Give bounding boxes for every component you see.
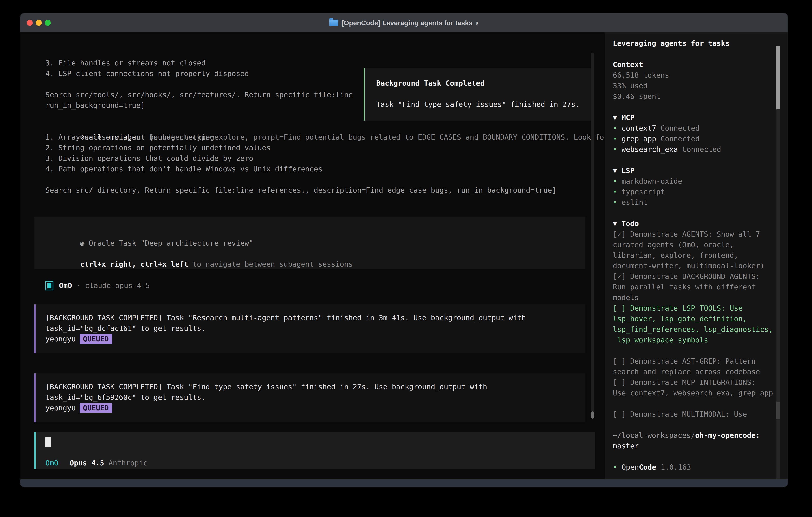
todo-item-done: [✓] Demonstrate BACKGROUND AGENTS: Run p… [613, 271, 781, 303]
mcp-item-status: Connected [661, 135, 699, 143]
context-spent: $0.46 spent [613, 91, 781, 102]
window-title: [OpenCode] Leveraging agents for tasks ◑ [342, 19, 478, 27]
composer-provider: Anthropic [109, 458, 147, 468]
todo-line: [ ] Demonstrate LSP TOOLS: Use [613, 303, 781, 314]
titlebar: [OpenCode] Leveraging agents for tasks ◑ [20, 13, 788, 32]
todo-line: curated agents (OmO, oracle, [613, 239, 781, 250]
chevron-down-icon: ▼ [613, 219, 617, 227]
chat-area: 3. File handles or streams not closed 4.… [20, 32, 605, 480]
mcp-heading: MCP [617, 113, 635, 121]
mcp-item-name: grep_app [621, 135, 656, 143]
scrollback-line: 3. File handles or streams not closed [46, 58, 353, 68]
oracle-hint-keys: ctrl+x right, ctrl+x left [80, 260, 188, 268]
chat-scrollbar-thumb[interactable] [591, 411, 594, 419]
agent-session-header: OmO · claude-opus-4-5 [46, 280, 150, 291]
todo-line: document-writer, multimodal-looker) [613, 261, 781, 271]
app-version: 1.0.163 [661, 463, 691, 471]
scrollback-line: Search src/tools/, src/hooks/, src/featu… [46, 89, 353, 100]
app-name-light: Open [621, 463, 639, 471]
bullet-icon: • [613, 124, 617, 132]
todo-heading: Todo [617, 219, 639, 227]
toast-title: Background Task Completed [376, 78, 592, 88]
version-row: •OpenCode1.0.163 [613, 462, 781, 472]
todo-line: [✓] Demonstrate BACKGROUND AGENTS: [613, 271, 781, 282]
lsp-item: •eslint [613, 197, 781, 208]
agent-model: claude-opus-4-5 [85, 280, 150, 291]
chevron-down-icon: ▼ [613, 113, 617, 121]
todo-line: lsp_workspace_symbols [613, 335, 781, 345]
folder-icon [329, 20, 338, 26]
context-tokens: 66,518 tokens [613, 70, 781, 80]
oracle-task-title: Oracle Task "Deep architecture review" [84, 239, 253, 247]
todo-line: Use context7, websearch_exa, grep_app [613, 388, 781, 398]
lsp-section-header[interactable]: ▼ LSP [613, 165, 781, 176]
todo-line: search and replace across codebase [613, 366, 781, 377]
message-line: task_id="bg_dcfac161" to get results. [46, 323, 585, 334]
message-block: [BACKGROUND TASK COMPLETED] Task "Resear… [34, 304, 585, 353]
mcp-item-status: Connected [682, 145, 721, 153]
todo-line: lsp_find_references, lsp_diagnostics, [613, 324, 781, 335]
oracle-hint-text: to navigate between subagent sessions [188, 260, 353, 268]
mcp-section-header[interactable]: ▼ MCP [613, 112, 781, 123]
workspace-path: ~/local-workspaces/oh-my-opencode: [613, 430, 781, 441]
text-cursor [46, 437, 51, 447]
workspace-branch: master [613, 441, 781, 451]
mcp-item-name: websearch_exa [621, 145, 678, 153]
session-title: Leveraging agents for tasks [613, 38, 781, 49]
todo-item-pending: [ ] Demonstrate MCP INTEGRATIONS: Use co… [613, 377, 781, 398]
todo-item-pending: [ ] Demonstrate AST-GREP: Pattern search… [613, 356, 781, 377]
bullet-icon: • [613, 135, 617, 143]
bullet-icon: • [613, 198, 617, 206]
message-line: [BACKGROUND TASK COMPLETED] Task "Find t… [46, 381, 585, 392]
todo-line: Run parallel tasks with different [613, 282, 781, 292]
message-block: [BACKGROUND TASK COMPLETED] Task "Find t… [34, 374, 585, 423]
todo-line: models [613, 292, 781, 303]
oracle-task-panel: ◉ Oracle Task "Deep architecture review"… [34, 217, 585, 269]
tool-call-block: ⚙call_omo_agent [subagent_type=explore, … [46, 121, 608, 195]
tool-call-footer: Search src/ directory. Return specific f… [46, 185, 608, 195]
mcp-item-status: Connected [661, 124, 699, 132]
composer-agent: OmO [46, 458, 58, 468]
app-name-bold: Code [639, 463, 656, 471]
todo-item-done: [✓] Demonstrate AGENTS: Show all 7 curat… [613, 229, 781, 271]
sidebar: Leveraging agents for tasks Context 66,5… [605, 32, 788, 480]
todo-line: [✓] Demonstrate AGENTS: Show all 7 [613, 229, 781, 239]
scrollback-text: 3. File handles or streams not closed 4.… [46, 58, 353, 111]
workspace-prefix: ~/local-workspaces/ [613, 431, 695, 439]
lsp-item: •typescript [613, 186, 781, 197]
chat-scrollbar-track[interactable] [591, 53, 594, 418]
agent-icon [46, 281, 53, 291]
record-icon: ◉ [80, 239, 84, 247]
agent-name: OmO [59, 280, 72, 291]
prompt-input[interactable]: OmO Opus 4.5 Anthropic [34, 432, 595, 469]
lsp-item: •markdown-oxide [613, 176, 781, 186]
lsp-item-name: typescript [621, 188, 665, 196]
bullet-icon: • [613, 463, 617, 471]
message-line: [BACKGROUND TASK COMPLETED] Task "Resear… [46, 312, 585, 323]
todo-line: [ ] Demonstrate MCP INTEGRATIONS: [613, 377, 781, 388]
mcp-item: •context7Connected [613, 123, 781, 133]
tool-call-item: 3. Division operations that could divide… [46, 153, 608, 164]
lsp-item-name: eslint [621, 198, 647, 206]
message-author: yeongyu [46, 334, 76, 344]
lsp-item-name: markdown-oxide [621, 177, 682, 185]
mcp-item: •grep_appConnected [613, 133, 781, 144]
mcp-item-name: context7 [621, 124, 656, 132]
sidebar-scrollbar-segment[interactable] [777, 402, 780, 419]
message-author: yeongyu [46, 403, 76, 413]
todo-section-header[interactable]: ▼ Todo [613, 218, 781, 229]
chevron-down-icon: ▼ [613, 166, 617, 174]
window-bottom-bar [20, 480, 788, 487]
todo-item-pending: [ ] Demonstrate MULTIMODAL: Use [613, 409, 781, 419]
status-badge: QUEUED [80, 403, 112, 413]
context-heading: Context [613, 59, 781, 70]
app-window: [OpenCode] Leveraging agents for tasks ◑… [20, 13, 788, 487]
todo-line: [ ] Demonstrate AST-GREP: Pattern [613, 356, 781, 366]
mcp-item: •websearch_exaConnected [613, 144, 781, 155]
composer-model: Opus 4.5 [69, 458, 104, 468]
context-used: 33% used [613, 80, 781, 91]
sidebar-scrollbar-thumb[interactable] [777, 46, 780, 109]
composer-model-row: OmO Opus 4.5 Anthropic [46, 458, 148, 468]
tool-call-args: [subagent_type=explore, prompt=Find pote… [145, 133, 608, 141]
scrollback-line: run_in_background=true] [46, 100, 353, 111]
